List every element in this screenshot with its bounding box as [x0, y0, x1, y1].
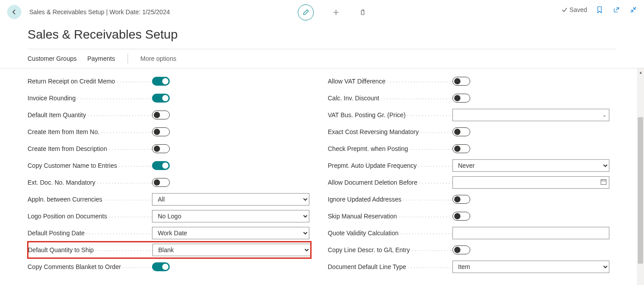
pencil-icon: [302, 9, 309, 16]
collapse-button[interactable]: [629, 5, 638, 14]
toggle-allow-vat-diff[interactable]: [452, 77, 470, 86]
toggle-return-receipt[interactable]: [152, 77, 170, 86]
label-invoice-rounding: Invoice Rounding: [28, 95, 76, 102]
collapse-icon: [630, 6, 637, 13]
bookmark-button[interactable]: [595, 5, 604, 14]
toggle-copy-customer-name[interactable]: [152, 161, 170, 170]
toggle-create-item-no[interactable]: [152, 127, 170, 136]
select-appln-currencies[interactable]: All: [152, 193, 309, 206]
label-default-posting-date: Default Posting Date: [28, 230, 84, 237]
scroll-thumb[interactable]: [638, 117, 643, 264]
select-document-default-line[interactable]: Item: [452, 261, 610, 273]
arrow-left-icon: [11, 8, 18, 16]
label-document-default-line: Document Default Line Type: [328, 263, 406, 270]
separator: [128, 54, 128, 63]
label-exact-cost-reversing: Exact Cost Reversing Mandatory: [328, 128, 419, 135]
plus-icon: [332, 9, 340, 16]
label-copy-line-descr: Copy Line Descr. to G/L Entry: [328, 246, 410, 253]
check-icon: [561, 7, 568, 13]
label-return-receipt: Return Receipt on Credit Memo: [28, 78, 115, 85]
saved-indicator: Saved: [561, 6, 587, 13]
input-allow-doc-deletion[interactable]: [452, 176, 610, 189]
toggle-check-prepmt[interactable]: [452, 144, 470, 153]
breadcrumb: Sales & Receivables Setup | Work Date: 1…: [29, 8, 170, 16]
label-create-item-no: Create Item from Item No.: [28, 128, 100, 135]
select-logo-position[interactable]: No Logo: [152, 210, 309, 222]
page-title: Sales & Receivables Setup: [0, 24, 644, 49]
label-quote-validity: Quote Validity Calculation: [328, 230, 399, 237]
select-prepmt-auto-update[interactable]: Never: [452, 159, 610, 172]
toggle-copy-line-descr[interactable]: [452, 245, 470, 254]
delete-button[interactable]: [358, 8, 367, 17]
edit-button[interactable]: [298, 4, 314, 20]
label-allow-doc-deletion: Allow Document Deletion Before: [328, 179, 418, 186]
label-appln-currencies: Appln. between Currencies: [28, 196, 102, 203]
label-vat-bus-posting: VAT Bus. Posting Gr. (Price): [328, 111, 406, 119]
label-ext-doc-no: Ext. Doc. No. Mandatory: [28, 179, 96, 186]
toggle-default-item-qty[interactable]: [152, 111, 170, 119]
label-create-item-desc: Create Item from Description: [28, 145, 107, 152]
action-payments[interactable]: Payments: [87, 55, 115, 62]
label-copy-comments-blanket: Copy Comments Blanket to Order: [28, 263, 121, 270]
bookmark-icon: [596, 6, 603, 13]
label-logo-position: Logo Position on Documents: [28, 213, 107, 220]
toggle-calc-inv-discount[interactable]: [452, 94, 470, 103]
label-allow-vat-diff: Allow VAT Difference: [328, 78, 386, 85]
back-button[interactable]: [7, 5, 21, 19]
label-prepmt-auto-update: Prepmt. Auto Update Frequency: [328, 162, 417, 169]
more-options[interactable]: More options: [140, 55, 176, 62]
toggle-invoice-rounding[interactable]: [152, 94, 170, 103]
input-vat-bus-posting[interactable]: [452, 109, 610, 121]
scroll-up-button[interactable]: ▴: [637, 68, 644, 75]
toggle-exact-cost-reversing[interactable]: [452, 127, 470, 136]
label-skip-manual-reservation: Skip Manual Reservation: [328, 213, 397, 220]
label-ignore-updated-addr: Ignore Updated Addresses: [328, 196, 402, 203]
popout-icon: [613, 6, 620, 13]
saved-label: Saved: [569, 6, 587, 13]
input-quote-validity[interactable]: [452, 227, 610, 239]
toggle-ext-doc-no[interactable]: [152, 178, 170, 187]
new-button[interactable]: [332, 8, 340, 17]
trash-icon: [359, 9, 366, 16]
select-default-posting-date[interactable]: Work Date: [152, 227, 309, 239]
scrollbar[interactable]: ▴: [637, 68, 644, 285]
label-calc-inv-discount: Calc. Inv. Discount: [328, 95, 380, 102]
toggle-skip-manual-reservation[interactable]: [452, 212, 470, 221]
action-customer-groups[interactable]: Customer Groups: [28, 55, 76, 62]
label-check-prepmt: Check Prepmt. when Posting: [328, 145, 408, 152]
select-default-qty-to-ship[interactable]: Blank: [152, 244, 311, 256]
calendar-icon[interactable]: [600, 179, 607, 186]
toggle-copy-comments-blanket[interactable]: [152, 262, 170, 271]
label-default-item-qty: Default Item Quantity: [28, 111, 86, 119]
toggle-create-item-desc[interactable]: [152, 144, 170, 153]
svg-rect-0: [601, 180, 606, 185]
popout-button[interactable]: [612, 5, 621, 14]
toggle-ignore-updated-addr[interactable]: [452, 195, 470, 204]
label-default-qty-to-ship: Default Quantity to Ship: [28, 246, 94, 253]
label-copy-customer-name: Copy Customer Name to Entries: [28, 162, 117, 169]
